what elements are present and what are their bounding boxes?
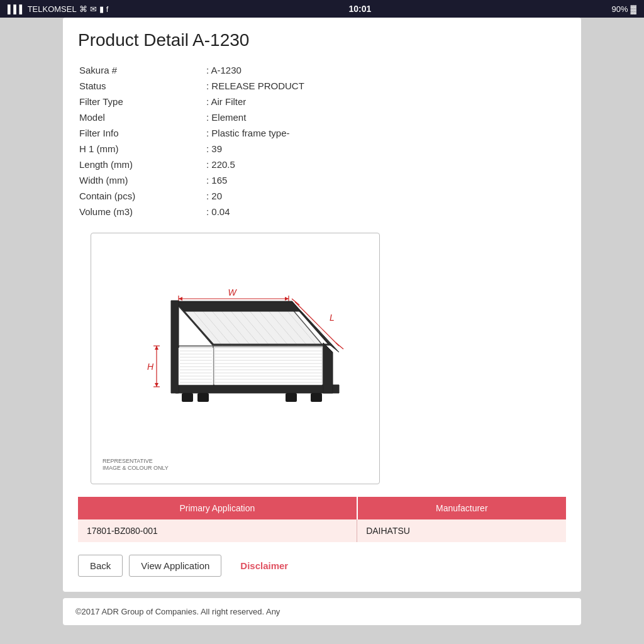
detail-row: H 1 (mm): 39 <box>79 142 565 156</box>
carrier-name: TELKOMSEL <box>28 4 77 14</box>
svg-marker-66 <box>179 297 182 301</box>
detail-value: : 0.04 <box>206 204 565 219</box>
svg-marker-37 <box>323 343 333 393</box>
svg-text:W: W <box>228 287 237 297</box>
detail-row: Sakura #: A-1230 <box>79 63 565 77</box>
product-detail-card: Product Detail A-1230 Sakura #: A-1230St… <box>63 18 581 592</box>
svg-marker-25 <box>175 302 301 311</box>
footer-text: ©2017 ADR Group of Companies. All right … <box>75 607 280 616</box>
detail-value: : 220.5 <box>206 157 565 172</box>
page-title: Product Detail A-1230 <box>78 30 566 50</box>
app-table-row: 17801-BZ080-001DAIHATSU <box>78 519 566 542</box>
detail-row: Filter Info: Plastic frame type- <box>79 126 565 140</box>
svg-marker-67 <box>285 297 289 301</box>
manufacturer-header: Manufacturer <box>357 497 566 519</box>
svg-marker-69 <box>155 383 158 387</box>
detail-value: : Element <box>206 110 565 125</box>
svg-rect-38 <box>182 393 193 402</box>
detail-value: : 165 <box>206 173 565 187</box>
battery-info: 90% ▓ <box>611 4 636 14</box>
primary-app-cell: 17801-BZ080-001 <box>78 519 357 542</box>
status-bar: ▌▌▌ TELKOMSEL ⌘ ✉ ▮ f 10:01 90% ▓ <box>0 0 644 18</box>
product-image-box: W L H <box>91 233 380 484</box>
detail-row: Width (mm): 165 <box>79 173 565 187</box>
svg-marker-68 <box>155 346 158 350</box>
detail-label: Status <box>79 79 205 93</box>
detail-value: : A-1230 <box>206 63 565 77</box>
view-application-button[interactable]: View Application <box>129 555 221 577</box>
manufacturer-cell: DAIHATSU <box>357 519 566 542</box>
svg-text:H: H <box>147 362 154 372</box>
detail-row: Volume (m3): 0.04 <box>79 204 565 219</box>
detail-row: Contain (pcs): 20 <box>79 189 565 203</box>
svg-rect-40 <box>286 393 297 402</box>
svg-marker-36 <box>171 301 179 393</box>
battery-icon: ▓ <box>631 4 636 14</box>
representative-text: REPRESENTATIVEIMAGE & COLOUR ONLY <box>103 458 169 472</box>
detail-value: : Plastic frame type- <box>206 126 565 140</box>
product-image-inner: W L H <box>97 240 373 477</box>
detail-row: Status: RELEASE PRODUCT <box>79 79 565 93</box>
detail-label: Filter Type <box>79 94 205 109</box>
primary-application-header: Primary Application <box>78 497 357 519</box>
message-icon: ✉ <box>90 4 97 14</box>
clock: 10:01 <box>348 4 371 14</box>
detail-label: Length (mm) <box>79 157 205 172</box>
detail-label: H 1 (mm) <box>79 142 205 156</box>
battery-percent: 90% <box>611 4 628 14</box>
detail-label: Filter Info <box>79 126 205 140</box>
wifi-icon: ⌘ <box>79 4 87 14</box>
air-filter-svg: W L H <box>116 264 355 453</box>
filter-svg-container: W L H <box>97 240 373 477</box>
detail-row: Length (mm): 220.5 <box>79 157 565 172</box>
detail-value: : 39 <box>206 142 565 156</box>
detail-label: Contain (pcs) <box>79 189 205 203</box>
product-details-table: Sakura #: A-1230Status: RELEASE PRODUCTF… <box>78 62 566 220</box>
back-button[interactable]: Back <box>78 555 123 577</box>
application-table: Primary Application Manufacturer 17801-B… <box>78 497 566 542</box>
action-buttons-row: Back View Application Disclaimer <box>78 555 566 577</box>
disclaimer-button[interactable]: Disclaimer <box>240 560 288 571</box>
detail-value: : 20 <box>206 189 565 203</box>
detail-label: Width (mm) <box>79 173 205 187</box>
detail-label: Model <box>79 110 205 125</box>
svg-line-6 <box>336 343 343 349</box>
detail-value: : Air Filter <box>206 94 565 109</box>
detail-label: Sakura # <box>79 63 205 77</box>
footer-card: ©2017 ADR Group of Companies. All right … <box>63 598 581 625</box>
detail-value: : RELEASE PRODUCT <box>206 79 565 93</box>
carrier-info: ▌▌▌ TELKOMSEL ⌘ ✉ ▮ f <box>8 4 108 14</box>
detail-row: Model: Element <box>79 110 565 125</box>
svg-text:L: L <box>330 313 335 323</box>
detail-label: Volume (m3) <box>79 204 205 219</box>
signal-icon: ▌▌▌ <box>8 4 25 14</box>
notification-icon: ▮ <box>99 4 104 14</box>
svg-rect-41 <box>311 393 322 402</box>
svg-marker-35 <box>175 385 339 393</box>
svg-rect-39 <box>197 393 209 402</box>
facebook-icon: f <box>106 4 109 14</box>
detail-row: Filter Type: Air Filter <box>79 94 565 109</box>
